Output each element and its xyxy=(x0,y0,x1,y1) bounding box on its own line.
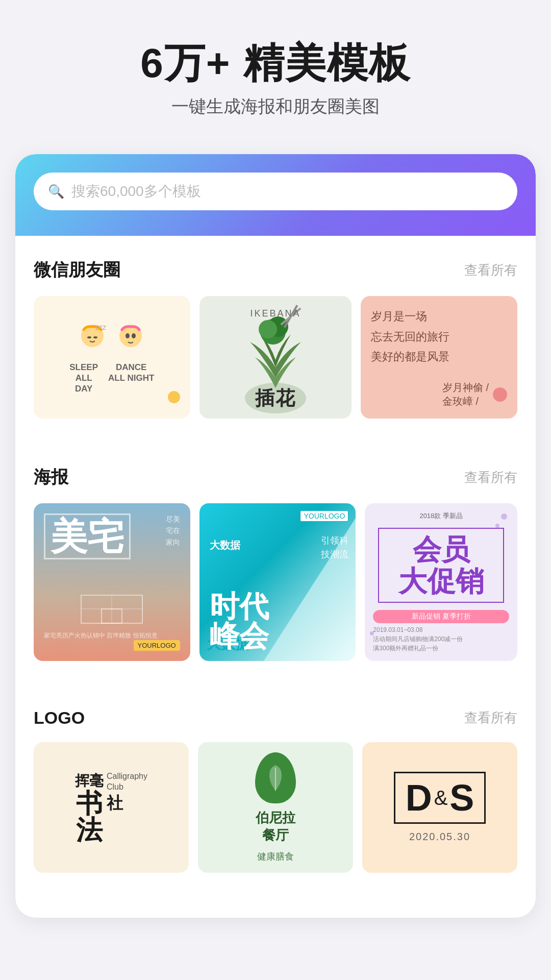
wechat-section-header: 微信朋友圈 查看所有 xyxy=(34,258,517,282)
poem-author2: 金玫嶂 / xyxy=(442,395,489,408)
sun-badge-icon xyxy=(168,391,180,403)
calligraphy-logo: 挥毫 书 法 Calligraphy Club 社 xyxy=(75,771,147,844)
calligraphy-club-en: Calligraphy xyxy=(107,771,147,782)
wechat-section: 微信朋友圈 查看所有 zzz xyxy=(15,236,536,419)
logo-card-restaurant[interactable]: 伯尼拉 餐厅 健康膳食 xyxy=(198,742,353,873)
wechat-card-ikebana[interactable]: IKEBANA 插花 xyxy=(199,296,352,419)
meizhai-logo: YOURLOGO xyxy=(134,640,180,651)
hero-section: 6万+ 精美模板 一键生成海报和朋友圈美图 xyxy=(0,0,551,139)
search-placeholder-text: 搜索60,000多个模板 xyxy=(71,182,201,201)
poem-text: 岁月是一场 忘去无回的旅行 美好的都是风景 xyxy=(371,306,507,367)
search-icon: 🔍 xyxy=(48,184,64,200)
logo-section-title: LOGO xyxy=(34,708,85,728)
calligraphy-fa-char: 法 xyxy=(76,817,103,844)
member-title-box: 会员 大促销 xyxy=(378,528,504,603)
calligraphy-she-char: 社 xyxy=(107,792,123,815)
ds-letter-d: D xyxy=(406,779,432,816)
deco-dot-1 xyxy=(501,513,507,520)
restaurant-leaf-icon xyxy=(255,752,296,803)
ds-logo-box: D & S xyxy=(394,772,486,824)
app-card: 🔍 搜索60,000多个模板 微信朋友圈 查看所有 zz xyxy=(15,154,536,918)
member-title: 会员 大促销 xyxy=(384,534,498,597)
character-sleep-icon: zzz xyxy=(76,321,109,354)
restaurant-name: 伯尼拉 餐厅 xyxy=(256,810,295,844)
ikebana-en-label: IKEBANA xyxy=(199,308,352,319)
bigdata-side-text: 引领科 技潮流 xyxy=(321,534,348,561)
logo-card-ds[interactable]: D & S 2020.05.30 xyxy=(362,742,517,873)
svg-point-6 xyxy=(132,333,136,338)
restaurant-subtitle: 健康膳食 xyxy=(257,850,294,863)
logo-card-calligraphy[interactable]: 挥毫 书 法 Calligraphy Club 社 xyxy=(34,742,189,873)
poem-badge-icon xyxy=(493,387,507,402)
svg-point-2 xyxy=(93,336,97,338)
meizhai-house-illustration xyxy=(71,565,153,626)
calligraphy-club-cn: Club xyxy=(107,782,123,793)
meizhai-footer-text: 家宅亮历产火热认销中 百坪精致 恒拓恒意 xyxy=(44,631,180,640)
deco-dot-2 xyxy=(495,524,499,528)
svg-point-5 xyxy=(126,333,130,338)
sleep-label: SLEEP ALL DAY xyxy=(69,362,98,395)
ds-letter-s: S xyxy=(449,779,474,816)
search-bar[interactable]: 🔍 搜索60,000多个模板 xyxy=(34,173,517,210)
member-year-label: 2018款 季新品 xyxy=(373,511,509,521)
restaurant-logo: 伯尼拉 餐厅 健康膳食 xyxy=(255,752,296,863)
svg-text:zzz: zzz xyxy=(95,323,106,331)
wechat-cards-row: zzz SLEEP ALL DAY xyxy=(34,296,517,419)
wechat-card-sleep-dance[interactable]: zzz SLEEP ALL DAY xyxy=(34,296,190,419)
search-header: 🔍 搜索60,000多个模板 xyxy=(15,154,536,236)
poster-section: 海报 查看所有 美宅 尽美 宅在 家向 xyxy=(15,443,536,661)
poster-section-header: 海报 查看所有 xyxy=(34,465,517,489)
bigdata-main: 时代 峰会 xyxy=(210,592,346,651)
member-promo-banner: 新品促销 夏季打折 xyxy=(373,610,509,623)
poster-see-all[interactable]: 查看所有 xyxy=(464,469,517,486)
member-details: 2019.03.01~03.08 活动期间凡店铺购物满200减一份 满300额外… xyxy=(373,625,509,653)
calligraphy-shu-char: 书 xyxy=(76,791,103,817)
meizhai-title: 美宅 xyxy=(44,513,131,559)
ds-ampersand: & xyxy=(434,787,448,810)
ikebana-cn-label: 插花 xyxy=(199,385,352,411)
calligraphy-brush-area: 挥毫 书 法 xyxy=(75,771,104,844)
poster-section-title: 海报 xyxy=(34,465,68,489)
poster-cards-row: 美宅 尽美 宅在 家向 家宅亮历产火热认销中 xyxy=(34,503,517,661)
calligraphy-brush-chars: 挥毫 xyxy=(75,771,104,791)
svg-point-1 xyxy=(87,336,91,338)
logo-cards-row: 挥毫 书 法 Calligraphy Club 社 xyxy=(34,742,517,873)
bigdata-prefix: 大数据 xyxy=(210,539,240,551)
logo-section-header: LOGO 查看所有 xyxy=(34,708,517,728)
dance-label: DANCE ALL NIGHT xyxy=(108,362,154,395)
ds-date: 2020.05.30 xyxy=(409,831,470,843)
calligraphy-text-area: Calligraphy Club 社 xyxy=(107,771,147,817)
svg-point-10 xyxy=(259,320,277,338)
character-dance-icon xyxy=(114,321,147,354)
hero-subtitle: 一键生成海报和朋友圈美图 xyxy=(20,95,531,118)
wechat-card-poem[interactable]: 岁月是一场 忘去无回的旅行 美好的都是风景 岁月神偷 / 金玫嶂 / xyxy=(361,296,517,419)
poem-footer: 岁月神偷 / 金玫嶂 / xyxy=(371,381,507,408)
logo-section: LOGO 查看所有 挥毫 书 法 Calligraphy Club 社 xyxy=(15,685,536,873)
poster-card-bigdata[interactable]: YOURLOGO 大数据 时代 峰会 引领科 技潮流 大数据 xyxy=(199,503,356,661)
hero-title: 6万+ 精美模板 xyxy=(20,41,531,86)
wechat-section-title: 微信朋友圈 xyxy=(34,258,120,282)
logo-see-all[interactable]: 查看所有 xyxy=(464,709,517,727)
poster-card-meizhai[interactable]: 美宅 尽美 宅在 家向 家宅亮历产火热认销中 xyxy=(34,503,190,661)
leaf-svg xyxy=(265,763,286,793)
wechat-see-all[interactable]: 查看所有 xyxy=(464,261,517,279)
poem-author1: 岁月神偷 / xyxy=(442,381,489,395)
meizhai-sub-text: 尽美 宅在 家向 xyxy=(166,513,180,548)
poster-card-member[interactable]: 2018款 季新品 会员 大促销 新品促销 夏季打折 2019.03.01~03… xyxy=(365,503,517,661)
